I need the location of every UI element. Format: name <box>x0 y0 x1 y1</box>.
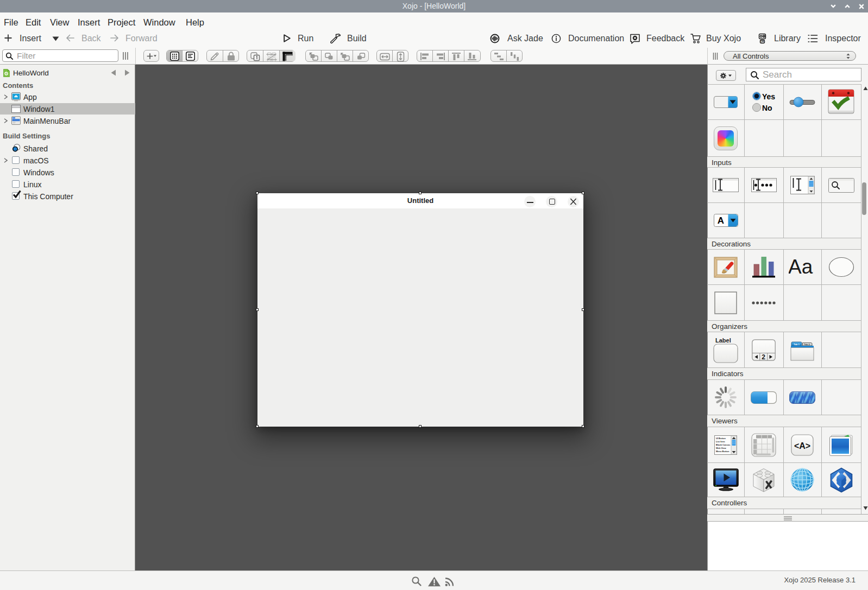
svg-text:Tab 1: Tab 1 <box>794 342 800 345</box>
svg-text:Web View: Web View <box>716 446 726 449</box>
svg-text:Blank Canvas: Blank Canvas <box>716 443 731 446</box>
svg-text:Tab 2: Tab 2 <box>804 342 810 345</box>
svg-text:A: A <box>717 215 724 226</box>
svg-text:UI Button: UI Button <box>716 436 726 439</box>
svg-text:No: No <box>762 103 772 112</box>
svg-text:Menu Button: Menu Button <box>716 449 729 452</box>
svg-text:2: 2 <box>762 353 765 360</box>
svg-text:OK: OK <box>760 40 765 43</box>
svg-text:Label: Label <box>715 337 731 344</box>
svg-text:Aa: Aa <box>789 258 813 276</box>
svg-text:List Item: List Item <box>716 440 725 442</box>
svg-text:Yes: Yes <box>762 92 775 100</box>
svg-text:<A>: <A> <box>794 441 810 450</box>
